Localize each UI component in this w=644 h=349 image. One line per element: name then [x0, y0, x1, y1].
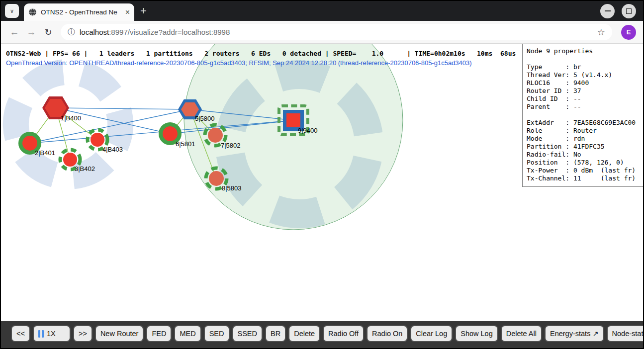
- node-label: 7|5802: [221, 142, 241, 149]
- node-label: 1|B400: [61, 114, 81, 122]
- bookmark-star-icon[interactable]: ☆: [597, 27, 605, 38]
- node-label: 9|9400: [298, 127, 318, 134]
- prop-tx-channel: Tx-Channel: 11 (last fr): [527, 174, 643, 182]
- tab-strip: ∨ OTNS2 - OpenThread Ne × +: [1, 1, 643, 21]
- new-tab-button[interactable]: +: [140, 5, 147, 16]
- profile-avatar[interactable]: E: [621, 25, 636, 40]
- maximize-icon: [626, 8, 632, 14]
- panel-title: Node 9 properties: [527, 47, 643, 55]
- radio-on-button[interactable]: Radio On: [367, 325, 408, 342]
- tab-close-icon[interactable]: ×: [125, 8, 130, 16]
- prop-role: Role : Router: [527, 127, 643, 135]
- prop-partition: Partition : 41FDFC35: [527, 143, 643, 151]
- speed-label: 1X: [47, 330, 56, 338]
- fed-button[interactable]: FED: [146, 325, 172, 342]
- url-text: localhost:8997/visualize?addr=localhost:…: [80, 28, 593, 36]
- node-label: 6|5801: [176, 140, 195, 148]
- browser-tab[interactable]: OTNS2 - OpenThread Ne ×: [24, 3, 134, 21]
- energy-stats-button[interactable]: Energy-stats ↗: [545, 325, 604, 342]
- page-info-icon[interactable]: ⓘ: [68, 27, 75, 37]
- simulator-control-bar: << 1X >> New Router FED MED SED SSED BR …: [1, 321, 643, 348]
- forward-button[interactable]: →: [23, 27, 40, 38]
- node-stats-button[interactable]: Node-stats ↗: [607, 325, 644, 342]
- minimize-icon: [605, 10, 611, 11]
- node-properties-panel: Node 9 properties Type : br Thread Ver: …: [522, 44, 643, 187]
- window-controls: [600, 4, 636, 18]
- node-label: 3|B402: [75, 165, 95, 173]
- sed-button[interactable]: SED: [204, 325, 230, 342]
- simulator-status-line: OTNS2-Web | FPS= 66 | 1 leaders 1 partit…: [6, 50, 516, 57]
- ssed-button[interactable]: SSED: [232, 325, 263, 342]
- prop-position: Position : (578, 126, 0): [527, 159, 643, 167]
- simulation-canvas[interactable]: 1|B400 2|B401 3|B402 4|B403 5|5800 6|580…: [1, 44, 643, 321]
- browser-window: ∨ OTNS2 - OpenThread Ne × + ← → ↻ ⓘ: [0, 0, 644, 349]
- radio-off-button[interactable]: Radio Off: [323, 325, 364, 342]
- delete-all-button[interactable]: Delete All: [501, 325, 542, 342]
- chevron-down-icon: ∨: [10, 8, 14, 14]
- med-button[interactable]: MED: [174, 325, 201, 342]
- new-router-button[interactable]: New Router: [95, 325, 144, 342]
- prop-parent: Parent : --: [527, 103, 643, 111]
- openthread-version-link[interactable]: OpenThread Version: OPENTHREAD/thread-re…: [6, 59, 472, 67]
- prop-thread-ver: Thread Ver: 5 (v1.4.x): [527, 71, 643, 79]
- node-label: 8|5803: [222, 184, 242, 192]
- prop-child-id: Child ID : --: [527, 95, 643, 103]
- prop-radio-fail: Radio-fail: No: [527, 151, 643, 159]
- prop-tx-power: Tx-Power : 0 dBm (last fr): [527, 167, 643, 174]
- maximize-button[interactable]: [622, 4, 636, 18]
- node-label: 5|5800: [195, 115, 215, 122]
- step-forward-button[interactable]: >>: [73, 325, 92, 342]
- reload-button[interactable]: ↻: [40, 27, 57, 38]
- browser-toolbar: ← → ↻ ⓘ localhost:8997/visualize?addr=lo…: [1, 21, 643, 44]
- prop-mode: Mode : rdn: [527, 135, 643, 143]
- node-label: 4|B403: [102, 146, 123, 153]
- br-button[interactable]: BR: [265, 325, 286, 342]
- tab-title: OTNS2 - OpenThread Ne: [41, 8, 121, 16]
- prop-rloc16: RLOC16 : 9400: [527, 79, 643, 87]
- back-button[interactable]: ←: [6, 27, 23, 38]
- show-log-button[interactable]: Show Log: [455, 325, 498, 342]
- minimize-button[interactable]: [600, 4, 615, 18]
- prop-router-id: Router ID : 37: [527, 87, 643, 95]
- pause-icon: [38, 330, 44, 338]
- delete-button[interactable]: Delete: [288, 325, 320, 342]
- prop-extaddr: ExtAddr : 7EA5E68C69E3AC00: [527, 119, 643, 127]
- node-label: 2|B401: [35, 149, 55, 157]
- tab-search-button[interactable]: ∨: [5, 4, 19, 18]
- step-back-button[interactable]: <<: [11, 325, 30, 342]
- url-host: localhost: [80, 28, 109, 36]
- clear-log-button[interactable]: Clear Log: [410, 325, 453, 342]
- site-favicon-icon: [28, 8, 37, 16]
- speed-button[interactable]: 1X: [33, 325, 71, 342]
- address-bar[interactable]: ⓘ localhost:8997/visualize?addr=localhos…: [61, 24, 612, 40]
- url-path: :8997/visualize?addr=localhost:8998: [109, 28, 230, 36]
- prop-type: Type : br: [527, 63, 643, 71]
